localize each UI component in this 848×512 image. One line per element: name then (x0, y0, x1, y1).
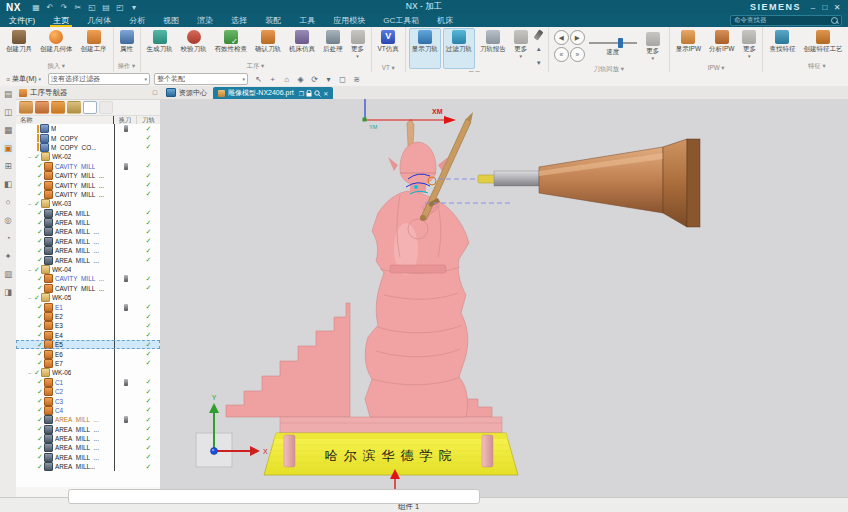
selection-scope-combo[interactable]: 整个装配▾ (154, 73, 248, 85)
tree-row-CAVITYMILL[interactable]: ✓CAVITY_MILL_...✓ (16, 190, 160, 199)
tree-row-CAVITYMILL[interactable]: ✓CAVITY_MILL_...✓ (16, 180, 160, 189)
nav-tool-collapse-icon[interactable] (83, 101, 97, 114)
rotate-view-icon[interactable]: ⟳ (308, 73, 321, 85)
close-icon[interactable]: ✕ (831, 2, 843, 12)
tree-row-WK-05[interactable]: −✓WK-05 (16, 293, 160, 302)
machine-tool-navigator-icon[interactable]: ⊞ (2, 160, 14, 172)
ribbon-button-generate[interactable]: 生成刀轨 (144, 28, 176, 61)
tree-row-AREAMILL[interactable]: ✓AREA_MILL_...✓ (16, 434, 160, 443)
tree-row-AREAMILL[interactable]: ✓AREA_MILL_...✓ (16, 246, 160, 255)
maximize-icon[interactable]: □ (819, 2, 831, 12)
tree-row-WK-03[interactable]: −✓WK-03 (16, 199, 160, 208)
command-finder-input[interactable]: 命令查找器 (730, 15, 842, 26)
tab-文件F[interactable]: 文件(F) (0, 14, 44, 27)
tree-row-WK-06[interactable]: −✓WK-06 (16, 368, 160, 377)
pedestal[interactable]: 哈尔滨华德学院 (264, 433, 518, 475)
lock-icon[interactable] (306, 90, 312, 97)
ribbon-button-create-operation[interactable]: 创建工序 (78, 28, 110, 61)
tree-row-AREAMILL[interactable]: ✓AREA_MILL_...✓ (16, 227, 160, 236)
ribbon-button-properties[interactable]: 属性 (117, 28, 137, 61)
ribbon-button-find-features[interactable]: 查找特征 (766, 28, 798, 61)
ribbon-button-feature-process[interactable]: 创建特征工艺 (800, 28, 845, 61)
ribbon-button-filter-path[interactable]: 过滤刀轨 (443, 28, 475, 69)
graphics-viewport[interactable]: 哈尔滨华德学院 Y X (160, 99, 848, 497)
constraint-navigator-icon[interactable]: ◫ (2, 106, 14, 118)
tree-row-AREAMILL[interactable]: ✓AREA_MILL_...✓ (16, 453, 160, 462)
visual-effects-icon[interactable]: ≋ (350, 73, 363, 85)
reuse-library-icon[interactable]: ◧ (2, 178, 14, 190)
nav-tool-import-icon[interactable] (35, 101, 49, 114)
selection-filter-combo[interactable]: 没有选择过滤器▾ (48, 73, 150, 85)
menu-button[interactable]: ≡ 菜单(M) ▾ (3, 74, 44, 85)
play-icon[interactable]: ▶ (570, 30, 585, 45)
arrow-up-icon[interactable]: ▲ (532, 42, 546, 55)
ribbon-button-more[interactable]: 更多▾ (348, 28, 368, 61)
ribbon-button-show-ipw[interactable]: 显示IPW (673, 28, 704, 63)
step-back-icon[interactable]: ◀ (554, 30, 569, 45)
snap-point-icon[interactable]: + (266, 73, 279, 85)
tree-row-E6[interactable]: ✓E6✓ (16, 349, 160, 358)
tree-row-E5[interactable]: ✓E5✓ (16, 340, 160, 349)
tree-row-E1[interactable]: ✓E1✓ (16, 302, 160, 311)
ribbon-button-verify[interactable]: 校验刀轨 (178, 28, 210, 61)
assembly-navigator-icon[interactable]: ▤ (2, 88, 14, 100)
tab-渲染[interactable]: 渲染 (188, 14, 222, 27)
tree-row-C3[interactable]: ✓C3✓ (16, 396, 160, 405)
panel-undock-icon[interactable]: □ (153, 89, 157, 96)
tree-row-AREAMILL[interactable]: ✓AREA_MILL_...✓ (16, 415, 160, 424)
tree-row-E4[interactable]: ✓E4✓ (16, 331, 160, 340)
zoom-icon[interactable] (314, 90, 321, 97)
ribbon-button-simulate[interactable]: 机床仿真 (286, 28, 318, 61)
tab-主页[interactable]: 主页 (44, 14, 78, 27)
cutting-tool-assembly[interactable] (425, 139, 700, 227)
tree-row-E2[interactable]: ✓E2✓ (16, 312, 160, 321)
ribbon-button-more[interactable]: 更多▾ (739, 28, 759, 63)
tab-机床[interactable]: 机床 (428, 14, 462, 27)
tree-row-C2[interactable]: ✓C2✓ (16, 387, 160, 396)
statue-model[interactable] (226, 112, 502, 433)
system-scenes-icon[interactable]: ◨ (2, 286, 14, 298)
ribbon-button-path-report[interactable]: 刀轨报告 (477, 28, 509, 69)
restore-icon[interactable]: ❐ (299, 90, 304, 97)
flashlight-icon[interactable] (532, 28, 546, 41)
ribbon-button-show-path[interactable]: 显示刀轨 (409, 28, 441, 69)
ribbon-button-create-tool[interactable]: 创建刀具 (3, 28, 35, 61)
copy-icon[interactable]: ◱ (86, 2, 98, 13)
tree-row-CAVITYMILL[interactable]: ✓CAVITY_MILL✓ (16, 162, 160, 171)
tab-装配[interactable]: 装配 (256, 14, 290, 27)
workplane-icon[interactable]: ⌂ (280, 73, 293, 85)
cut-icon[interactable]: ✂ (72, 2, 84, 13)
tree-row-AREAMILL[interactable]: ✓AREA_MILL_...✓ (16, 237, 160, 246)
tree-row-M[interactable]: M✓ (16, 124, 160, 133)
tree-row-AREAMILL[interactable]: ✓AREA_MILL_...✓ (16, 425, 160, 434)
redo-icon[interactable]: ↷ (58, 2, 70, 13)
window-icon[interactable]: ◰ (114, 2, 126, 13)
window-fit-icon[interactable]: ◻ (336, 73, 349, 85)
tree-row-MCOPYCO[interactable]: M_COPY_CO...✓ (16, 143, 160, 152)
tab-应用模块[interactable]: 应用模块 (324, 14, 374, 27)
tab-视图[interactable]: 视图 (154, 14, 188, 27)
more-caret-icon[interactable]: ▾ (322, 73, 335, 85)
speed-slider[interactable]: 速度 (587, 36, 639, 57)
tab-分析[interactable]: 分析 (120, 14, 154, 27)
tree-row-WK-04[interactable]: −✓WK-04 (16, 265, 160, 274)
ribbon-button-analyze-ipw[interactable]: 分析IPW (706, 28, 737, 63)
ribbon-button-confirm[interactable]: 确认刀轨 (252, 28, 284, 61)
minimize-icon[interactable]: – (807, 2, 819, 12)
save-icon[interactable]: ▦ (30, 2, 42, 13)
tab-几何体[interactable]: 几何体 (78, 14, 120, 27)
ribbon-button-vt[interactable]: VT仿真 (375, 28, 402, 63)
operation-navigator-icon[interactable]: ▣ (2, 142, 14, 154)
tree-row-AREAMILL[interactable]: ✓AREA_MILL...✓ (16, 462, 160, 471)
tree-row-WK-02[interactable]: −✓WK-02 (16, 152, 160, 161)
nav-tool-export-icon[interactable] (19, 101, 33, 114)
tree-row-C1[interactable]: ✓C1✓ (16, 378, 160, 387)
process-studio-icon[interactable]: ✦ (2, 250, 14, 262)
shaded-view-icon[interactable]: ◈ (294, 73, 307, 85)
tree-row-CAVITYMILL[interactable]: ✓CAVITY_MILL_...✓ (16, 284, 160, 293)
tree-row-AREAMILL[interactable]: ✓AREA_MILL✓ (16, 218, 160, 227)
tree-row-C4[interactable]: ✓C4✓ (16, 406, 160, 415)
skip-start-icon[interactable]: « (554, 47, 569, 62)
ribbon-button-validity[interactable]: 有效性检查 (212, 28, 251, 61)
web-browser-icon[interactable]: ◎ (2, 214, 14, 226)
